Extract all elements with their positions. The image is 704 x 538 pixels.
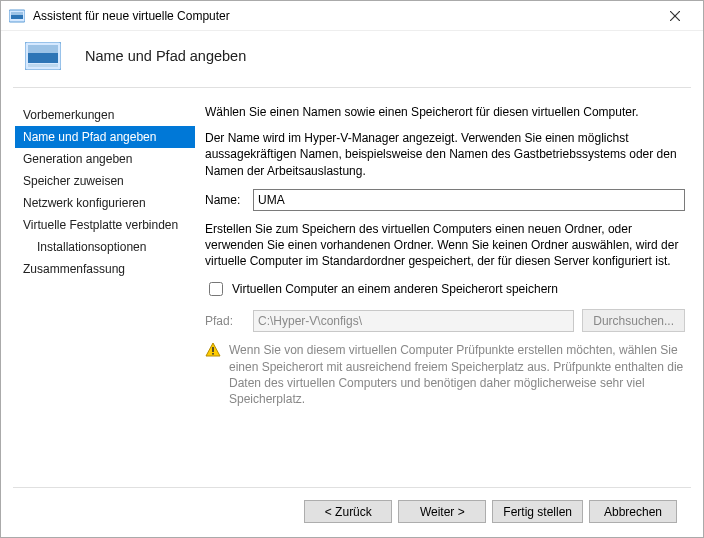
wizard-body: VorbemerkungenName und Pfad angebenGener… xyxy=(1,88,703,487)
wizard-step-0[interactable]: Vorbemerkungen xyxy=(15,104,195,126)
name-input[interactable] xyxy=(253,189,685,211)
wizard-footer: < Zurück Weiter > Fertig stellen Abbrech… xyxy=(13,487,691,537)
title-bar: Assistent für neue virtuelle Computer xyxy=(1,1,703,31)
browse-button: Durchsuchen... xyxy=(582,309,685,332)
back-button[interactable]: < Zurück xyxy=(304,500,392,523)
name-row: Name: xyxy=(205,189,685,211)
wizard-step-1[interactable]: Name und Pfad angeben xyxy=(15,126,195,148)
checkbox-input[interactable] xyxy=(209,282,223,296)
svg-rect-10 xyxy=(212,347,214,352)
next-button[interactable]: Weiter > xyxy=(398,500,486,523)
wizard-step-4[interactable]: Netzwerk konfigurieren xyxy=(15,192,195,214)
location-help: Erstellen Sie zum Speichern des virtuell… xyxy=(205,221,685,270)
wizard-content: Wählen Sie einen Namen sowie einen Speic… xyxy=(195,100,689,487)
wizard-steps: VorbemerkungenName und Pfad angebenGener… xyxy=(15,100,195,487)
finish-button[interactable]: Fertig stellen xyxy=(492,500,583,523)
svg-rect-8 xyxy=(28,64,58,67)
wizard-icon xyxy=(25,41,61,71)
path-row: Pfad: Durchsuchen... xyxy=(205,309,685,332)
intro-text: Wählen Sie einen Namen sowie einen Speic… xyxy=(205,104,685,120)
name-label: Name: xyxy=(205,192,245,208)
wizard-step-7[interactable]: Zusammenfassung xyxy=(15,258,195,280)
wizard-step-2[interactable]: Generation angeben xyxy=(15,148,195,170)
svg-rect-7 xyxy=(28,45,58,53)
path-input xyxy=(253,310,574,332)
cancel-button[interactable]: Abbrechen xyxy=(589,500,677,523)
change-location-checkbox[interactable]: Virtuellen Computer an einem anderen Spe… xyxy=(205,279,685,299)
app-icon xyxy=(9,8,25,24)
svg-rect-2 xyxy=(11,12,23,15)
warning-text: Wenn Sie von diesem virtuellen Computer … xyxy=(229,342,685,407)
page-header: Name und Pfad angeben xyxy=(1,31,703,87)
path-label: Pfad: xyxy=(205,313,245,329)
svg-rect-11 xyxy=(212,353,214,355)
warning-icon xyxy=(205,342,221,358)
help-text: Der Name wird im Hyper-V-Manager angezei… xyxy=(205,130,685,179)
wizard-step-5[interactable]: Virtuelle Festplatte verbinden xyxy=(15,214,195,236)
checkbox-label: Virtuellen Computer an einem anderen Spe… xyxy=(232,281,558,297)
warning-note: Wenn Sie von diesem virtuellen Computer … xyxy=(205,342,685,407)
wizard-step-3[interactable]: Speicher zuweisen xyxy=(15,170,195,192)
window-title: Assistent für neue virtuelle Computer xyxy=(33,9,655,23)
wizard-window: Assistent für neue virtuelle Computer Na… xyxy=(0,0,704,538)
page-title: Name und Pfad angeben xyxy=(85,48,246,64)
wizard-step-6[interactable]: Installationsoptionen xyxy=(15,236,195,258)
close-button[interactable] xyxy=(655,2,695,30)
